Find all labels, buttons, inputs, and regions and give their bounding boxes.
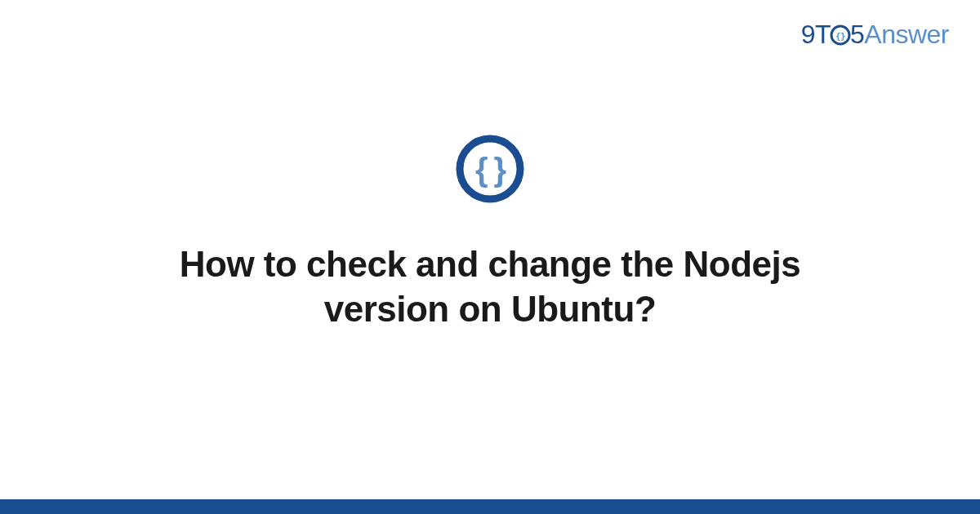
main-content: { } How to check and change the Nodejs v…	[0, 0, 980, 514]
question-title: How to check and change the Nodejs versi…	[122, 241, 858, 331]
svg-text:{ }: { }	[475, 152, 506, 188]
curly-braces-icon: { }	[455, 134, 525, 207]
footer-bar	[0, 499, 980, 514]
